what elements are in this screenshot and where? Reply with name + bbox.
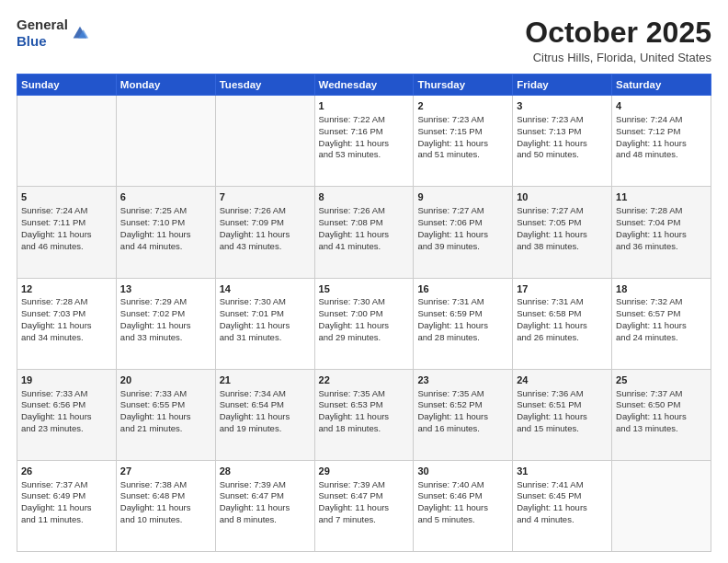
day-info: Sunrise: 7:35 AM (417, 388, 508, 400)
day-info: Sunrise: 7:27 AM (417, 205, 508, 217)
day-number: 29 (319, 465, 410, 478)
day-info: Daylight: 11 hours (616, 229, 707, 241)
col-wednesday: Wednesday (314, 75, 414, 96)
day-info: Daylight: 11 hours (517, 320, 608, 332)
day-info: Sunset: 7:04 PM (616, 217, 707, 229)
day-number: 26 (21, 465, 112, 478)
table-row: 4Sunrise: 7:24 AMSunset: 7:12 PMDaylight… (612, 96, 711, 187)
day-info: Sunset: 6:59 PM (417, 308, 508, 320)
day-info: Sunset: 6:49 PM (21, 490, 112, 502)
calendar-week-row: 5Sunrise: 7:24 AMSunset: 7:11 PMDaylight… (17, 187, 711, 278)
day-info: and 41 minutes. (319, 241, 410, 253)
location: Citrus Hills, Florida, United States (525, 51, 711, 64)
day-info: Sunrise: 7:39 AM (319, 479, 410, 491)
day-info: Sunset: 6:57 PM (616, 308, 707, 320)
day-info: Sunrise: 7:29 AM (120, 296, 211, 308)
day-info: Sunrise: 7:26 AM (319, 205, 410, 217)
day-info: and 10 minutes. (120, 514, 211, 526)
table-row: 10Sunrise: 7:27 AMSunset: 7:05 PMDayligh… (513, 187, 612, 278)
day-info: and 46 minutes. (21, 241, 112, 253)
day-info: and 31 minutes. (220, 332, 311, 344)
day-number: 31 (517, 465, 608, 478)
day-number: 11 (616, 190, 707, 204)
day-number: 18 (616, 282, 707, 296)
day-info: Sunset: 6:53 PM (319, 399, 410, 411)
calendar-week-row: 26Sunrise: 7:37 AMSunset: 6:49 PMDayligh… (17, 460, 711, 551)
month-title: October 2025 (525, 17, 711, 49)
day-info: Daylight: 11 hours (319, 320, 410, 332)
table-row: 23Sunrise: 7:35 AMSunset: 6:52 PMDayligh… (414, 369, 513, 460)
day-number: 2 (417, 99, 508, 113)
day-info: Sunset: 6:45 PM (517, 490, 608, 502)
day-info: Sunset: 7:10 PM (120, 217, 211, 229)
table-row: 1Sunrise: 7:22 AMSunset: 7:16 PMDaylight… (314, 96, 414, 187)
day-number: 20 (120, 373, 211, 387)
day-number: 19 (21, 373, 112, 387)
day-info: Sunrise: 7:35 AM (319, 388, 410, 400)
day-info: and 39 minutes. (417, 241, 508, 253)
col-thursday: Thursday (414, 75, 513, 96)
day-info: and 48 minutes. (616, 149, 707, 161)
day-info: Sunset: 7:12 PM (616, 126, 707, 138)
day-info: Sunrise: 7:30 AM (220, 296, 311, 308)
day-info: Daylight: 11 hours (517, 502, 608, 514)
day-info: Daylight: 11 hours (417, 320, 508, 332)
day-info: and 26 minutes. (517, 332, 608, 344)
day-number: 25 (616, 373, 707, 387)
day-info: Sunset: 6:48 PM (120, 490, 211, 502)
day-info: and 7 minutes. (319, 514, 410, 526)
day-number: 14 (220, 282, 311, 296)
day-info: and 33 minutes. (120, 332, 211, 344)
day-info: Daylight: 11 hours (21, 320, 112, 332)
day-info: Sunset: 6:52 PM (417, 399, 508, 411)
day-info: Sunrise: 7:40 AM (417, 479, 508, 491)
day-info: Sunrise: 7:34 AM (220, 388, 311, 400)
day-info: Sunset: 7:11 PM (21, 217, 112, 229)
day-info: Daylight: 11 hours (21, 502, 112, 514)
table-row: 11Sunrise: 7:28 AMSunset: 7:04 PMDayligh… (612, 187, 711, 278)
day-info: Daylight: 11 hours (319, 411, 410, 423)
day-info: and 11 minutes. (21, 514, 112, 526)
calendar-header-row: Sunday Monday Tuesday Wednesday Thursday… (17, 75, 711, 96)
logo-text-block: General Blue (17, 17, 68, 50)
calendar-week-row: 12Sunrise: 7:28 AMSunset: 7:03 PMDayligh… (17, 278, 711, 369)
day-info: Sunset: 7:01 PM (220, 308, 311, 320)
day-info: and 5 minutes. (417, 514, 508, 526)
day-info: Sunset: 7:00 PM (319, 308, 410, 320)
day-info: Sunrise: 7:37 AM (21, 479, 112, 491)
day-info: Daylight: 11 hours (319, 229, 410, 241)
day-info: Daylight: 11 hours (21, 229, 112, 241)
day-number: 5 (21, 190, 112, 204)
day-info: Daylight: 11 hours (120, 320, 211, 332)
day-info: Sunrise: 7:32 AM (616, 296, 707, 308)
table-row: 8Sunrise: 7:26 AMSunset: 7:08 PMDaylight… (314, 187, 414, 278)
table-row: 3Sunrise: 7:23 AMSunset: 7:13 PMDaylight… (513, 96, 612, 187)
day-info: Daylight: 11 hours (220, 411, 311, 423)
day-info: Daylight: 11 hours (220, 320, 311, 332)
day-info: and 8 minutes. (220, 514, 311, 526)
day-info: Daylight: 11 hours (517, 411, 608, 423)
table-row: 31Sunrise: 7:41 AMSunset: 6:45 PMDayligh… (513, 460, 612, 551)
day-info: Daylight: 11 hours (417, 229, 508, 241)
day-info: Daylight: 11 hours (120, 502, 211, 514)
day-info: Sunset: 6:46 PM (417, 490, 508, 502)
day-info: and 50 minutes. (517, 149, 608, 161)
day-number: 12 (21, 282, 112, 296)
day-info: Sunset: 7:15 PM (417, 126, 508, 138)
day-info: Daylight: 11 hours (616, 320, 707, 332)
table-row: 17Sunrise: 7:31 AMSunset: 6:58 PMDayligh… (513, 278, 612, 369)
day-info: Daylight: 11 hours (417, 138, 508, 150)
page: General Blue October 2025 Citrus Hills, … (0, 0, 728, 563)
table-row: 19Sunrise: 7:33 AMSunset: 6:56 PMDayligh… (17, 369, 117, 460)
table-row: 9Sunrise: 7:27 AMSunset: 7:06 PMDaylight… (414, 187, 513, 278)
day-number: 1 (319, 99, 410, 113)
day-info: Sunset: 6:47 PM (319, 490, 410, 502)
day-info: and 19 minutes. (220, 423, 311, 435)
day-info: Sunset: 7:16 PM (319, 126, 410, 138)
day-info: Daylight: 11 hours (220, 502, 311, 514)
day-info: Sunrise: 7:38 AM (120, 479, 211, 491)
day-info: Sunset: 7:02 PM (120, 308, 211, 320)
day-info: Sunrise: 7:33 AM (120, 388, 211, 400)
table-row: 5Sunrise: 7:24 AMSunset: 7:11 PMDaylight… (17, 187, 117, 278)
day-info: Daylight: 11 hours (21, 411, 112, 423)
